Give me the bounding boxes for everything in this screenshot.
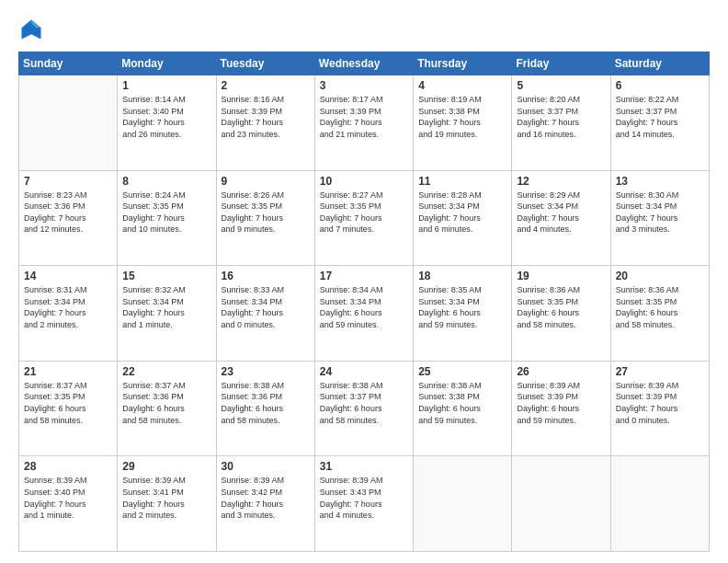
calendar-cell: 24Sunrise: 8:38 AM Sunset: 3:37 PM Dayli…	[314, 361, 413, 456]
calendar-cell: 12Sunrise: 8:29 AM Sunset: 3:34 PM Dayli…	[512, 170, 610, 266]
weekday-header: Sunday	[19, 52, 118, 75]
day-info: Sunrise: 8:36 AM Sunset: 3:35 PM Dayligh…	[616, 284, 704, 330]
calendar-cell: 27Sunrise: 8:39 AM Sunset: 3:39 PM Dayli…	[610, 361, 709, 456]
calendar-week-row: 1Sunrise: 8:14 AM Sunset: 3:40 PM Daylig…	[19, 75, 710, 171]
calendar-cell: 1Sunrise: 8:14 AM Sunset: 3:40 PM Daylig…	[118, 75, 216, 171]
header	[18, 17, 710, 42]
page: SundayMondayTuesdayWednesdayThursdayFrid…	[0, 0, 728, 563]
day-info: Sunrise: 8:38 AM Sunset: 3:36 PM Dayligh…	[222, 380, 310, 426]
day-number: 14	[24, 270, 112, 282]
day-info: Sunrise: 8:33 AM Sunset: 3:34 PM Dayligh…	[222, 284, 310, 330]
day-info: Sunrise: 8:34 AM Sunset: 3:34 PM Dayligh…	[320, 284, 408, 330]
day-number: 29	[122, 460, 210, 473]
day-number: 6	[616, 79, 704, 92]
day-number: 23	[222, 365, 310, 378]
day-info: Sunrise: 8:27 AM Sunset: 3:35 PM Dayligh…	[320, 190, 408, 236]
day-info: Sunrise: 8:24 AM Sunset: 3:35 PM Dayligh…	[122, 190, 210, 236]
day-info: Sunrise: 8:16 AM Sunset: 3:39 PM Dayligh…	[222, 94, 310, 140]
calendar-cell: 19Sunrise: 8:36 AM Sunset: 3:35 PM Dayli…	[512, 266, 610, 362]
day-number: 18	[418, 270, 506, 282]
day-number: 28	[24, 460, 112, 473]
calendar-cell: 4Sunrise: 8:19 AM Sunset: 3:38 PM Daylig…	[414, 75, 512, 171]
day-number: 13	[616, 175, 704, 188]
calendar-cell: 3Sunrise: 8:17 AM Sunset: 3:39 PM Daylig…	[314, 75, 413, 171]
day-number: 7	[24, 175, 112, 188]
day-info: Sunrise: 8:39 AM Sunset: 3:39 PM Dayligh…	[517, 380, 605, 426]
calendar-cell: 8Sunrise: 8:24 AM Sunset: 3:35 PM Daylig…	[118, 170, 216, 266]
day-info: Sunrise: 8:37 AM Sunset: 3:35 PM Dayligh…	[24, 380, 112, 426]
calendar-cell: 31Sunrise: 8:39 AM Sunset: 3:43 PM Dayli…	[314, 456, 413, 552]
calendar-week-row: 21Sunrise: 8:37 AM Sunset: 3:35 PM Dayli…	[19, 361, 710, 456]
calendar-cell: 10Sunrise: 8:27 AM Sunset: 3:35 PM Dayli…	[314, 170, 413, 266]
day-number: 25	[418, 365, 506, 378]
day-info: Sunrise: 8:39 AM Sunset: 3:41 PM Dayligh…	[122, 475, 210, 521]
day-number: 3	[320, 79, 408, 92]
day-number: 20	[616, 270, 704, 282]
calendar-cell: 23Sunrise: 8:38 AM Sunset: 3:36 PM Dayli…	[216, 361, 314, 456]
day-info: Sunrise: 8:32 AM Sunset: 3:34 PM Dayligh…	[122, 284, 210, 330]
day-info: Sunrise: 8:14 AM Sunset: 3:40 PM Dayligh…	[122, 94, 210, 140]
calendar-cell: 30Sunrise: 8:39 AM Sunset: 3:42 PM Dayli…	[216, 456, 314, 552]
calendar-table: SundayMondayTuesdayWednesdayThursdayFrid…	[18, 52, 710, 552]
logo-icon	[18, 17, 44, 42]
weekday-header: Tuesday	[216, 52, 314, 75]
calendar-cell	[610, 456, 709, 552]
calendar-cell	[414, 456, 512, 552]
day-number: 15	[122, 270, 210, 282]
calendar-week-row: 14Sunrise: 8:31 AM Sunset: 3:34 PM Dayli…	[19, 266, 710, 362]
day-number: 4	[418, 79, 506, 92]
day-info: Sunrise: 8:39 AM Sunset: 3:40 PM Dayligh…	[24, 475, 112, 521]
calendar-cell: 16Sunrise: 8:33 AM Sunset: 3:34 PM Dayli…	[216, 266, 314, 362]
day-info: Sunrise: 8:26 AM Sunset: 3:35 PM Dayligh…	[222, 190, 310, 236]
calendar-cell: 11Sunrise: 8:28 AM Sunset: 3:34 PM Dayli…	[414, 170, 512, 266]
day-number: 12	[517, 175, 605, 188]
day-number: 10	[320, 175, 408, 188]
day-info: Sunrise: 8:19 AM Sunset: 3:38 PM Dayligh…	[418, 94, 506, 140]
day-number: 2	[222, 79, 310, 92]
calendar-cell: 9Sunrise: 8:26 AM Sunset: 3:35 PM Daylig…	[216, 170, 314, 266]
day-number: 1	[122, 79, 210, 92]
day-info: Sunrise: 8:23 AM Sunset: 3:36 PM Dayligh…	[24, 190, 112, 236]
calendar-cell: 17Sunrise: 8:34 AM Sunset: 3:34 PM Dayli…	[314, 266, 413, 362]
day-number: 30	[222, 460, 310, 473]
day-info: Sunrise: 8:22 AM Sunset: 3:37 PM Dayligh…	[616, 94, 704, 140]
day-info: Sunrise: 8:29 AM Sunset: 3:34 PM Dayligh…	[517, 190, 605, 236]
day-number: 31	[320, 460, 408, 473]
day-info: Sunrise: 8:30 AM Sunset: 3:34 PM Dayligh…	[616, 190, 704, 236]
day-number: 19	[517, 270, 605, 282]
day-number: 5	[517, 79, 605, 92]
calendar-cell: 15Sunrise: 8:32 AM Sunset: 3:34 PM Dayli…	[118, 266, 216, 362]
calendar-week-row: 28Sunrise: 8:39 AM Sunset: 3:40 PM Dayli…	[19, 456, 710, 552]
calendar-cell: 21Sunrise: 8:37 AM Sunset: 3:35 PM Dayli…	[19, 361, 118, 456]
day-info: Sunrise: 8:36 AM Sunset: 3:35 PM Dayligh…	[517, 284, 605, 330]
day-info: Sunrise: 8:39 AM Sunset: 3:39 PM Dayligh…	[616, 380, 704, 426]
day-number: 27	[616, 365, 704, 378]
day-info: Sunrise: 8:39 AM Sunset: 3:42 PM Dayligh…	[222, 475, 310, 521]
weekday-header: Thursday	[414, 52, 512, 75]
calendar-cell: 20Sunrise: 8:36 AM Sunset: 3:35 PM Dayli…	[610, 266, 709, 362]
calendar-cell: 28Sunrise: 8:39 AM Sunset: 3:40 PM Dayli…	[19, 456, 118, 552]
calendar-cell: 2Sunrise: 8:16 AM Sunset: 3:39 PM Daylig…	[216, 75, 314, 171]
calendar-cell: 14Sunrise: 8:31 AM Sunset: 3:34 PM Dayli…	[19, 266, 118, 362]
weekday-header: Saturday	[610, 52, 709, 75]
day-info: Sunrise: 8:28 AM Sunset: 3:34 PM Dayligh…	[418, 190, 506, 236]
calendar-cell: 25Sunrise: 8:38 AM Sunset: 3:38 PM Dayli…	[414, 361, 512, 456]
calendar-cell	[19, 75, 118, 171]
weekday-header: Wednesday	[314, 52, 413, 75]
day-info: Sunrise: 8:17 AM Sunset: 3:39 PM Dayligh…	[320, 94, 408, 140]
day-info: Sunrise: 8:35 AM Sunset: 3:34 PM Dayligh…	[418, 284, 506, 330]
day-number: 24	[320, 365, 408, 378]
calendar-cell: 22Sunrise: 8:37 AM Sunset: 3:36 PM Dayli…	[118, 361, 216, 456]
logo	[18, 17, 48, 42]
calendar-week-row: 7Sunrise: 8:23 AM Sunset: 3:36 PM Daylig…	[19, 170, 710, 266]
day-info: Sunrise: 8:37 AM Sunset: 3:36 PM Dayligh…	[122, 380, 210, 426]
day-info: Sunrise: 8:38 AM Sunset: 3:38 PM Dayligh…	[418, 380, 506, 426]
day-number: 8	[122, 175, 210, 188]
weekday-header: Friday	[512, 52, 610, 75]
day-info: Sunrise: 8:31 AM Sunset: 3:34 PM Dayligh…	[24, 284, 112, 330]
calendar-cell: 26Sunrise: 8:39 AM Sunset: 3:39 PM Dayli…	[512, 361, 610, 456]
calendar-cell: 6Sunrise: 8:22 AM Sunset: 3:37 PM Daylig…	[610, 75, 709, 171]
day-number: 11	[418, 175, 506, 188]
day-number: 17	[320, 270, 408, 282]
calendar-cell	[512, 456, 610, 552]
